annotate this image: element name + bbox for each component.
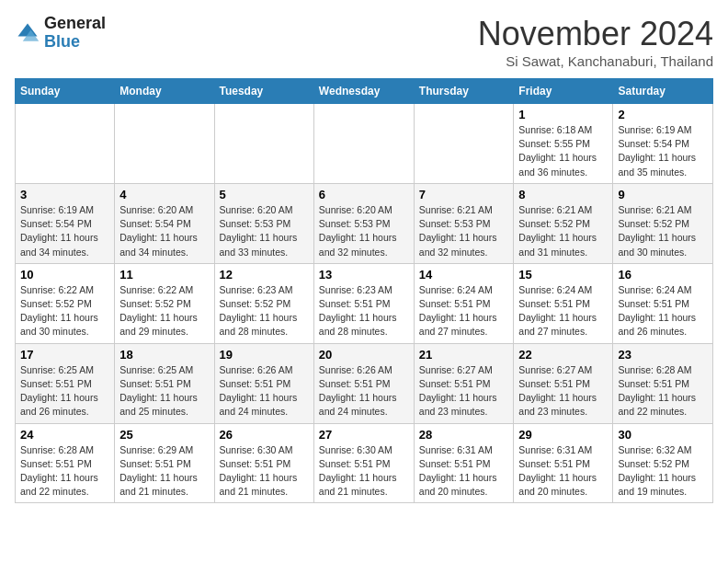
- day-cell: 15Sunrise: 6:24 AM Sunset: 5:51 PM Dayli…: [514, 263, 613, 343]
- day-detail: Sunrise: 6:24 AM Sunset: 5:51 PM Dayligh…: [518, 283, 608, 339]
- day-cell: 10Sunrise: 6:22 AM Sunset: 5:52 PM Dayli…: [16, 263, 115, 343]
- month-title: November 2024: [478, 15, 713, 53]
- day-detail: Sunrise: 6:18 AM Sunset: 5:55 PM Dayligh…: [518, 123, 608, 179]
- day-number: 30: [618, 428, 708, 442]
- day-cell: [313, 104, 414, 184]
- day-cell: 4Sunrise: 6:20 AM Sunset: 5:54 PM Daylig…: [115, 183, 214, 263]
- day-detail: Sunrise: 6:30 AM Sunset: 5:51 PM Dayligh…: [220, 443, 309, 500]
- day-detail: Sunrise: 6:21 AM Sunset: 5:52 PM Dayligh…: [518, 203, 608, 259]
- weekday-header-saturday: Saturday: [613, 79, 713, 104]
- day-cell: 8Sunrise: 6:21 AM Sunset: 5:52 PM Daylig…: [514, 183, 613, 263]
- day-cell: 14Sunrise: 6:24 AM Sunset: 5:51 PM Dayli…: [414, 263, 514, 343]
- day-detail: Sunrise: 6:25 AM Sunset: 5:51 PM Dayligh…: [20, 363, 109, 419]
- week-row-4: 17Sunrise: 6:25 AM Sunset: 5:51 PM Dayli…: [16, 343, 713, 423]
- day-detail: Sunrise: 6:26 AM Sunset: 5:51 PM Dayligh…: [319, 363, 409, 419]
- day-cell: [115, 104, 214, 184]
- day-cell: 7Sunrise: 6:21 AM Sunset: 5:53 PM Daylig…: [414, 183, 514, 263]
- day-cell: 28Sunrise: 6:31 AM Sunset: 5:51 PM Dayli…: [414, 423, 514, 503]
- day-cell: 9Sunrise: 6:21 AM Sunset: 5:52 PM Daylig…: [613, 183, 713, 263]
- weekday-header-monday: Monday: [115, 79, 214, 104]
- day-cell: 20Sunrise: 6:26 AM Sunset: 5:51 PM Dayli…: [313, 343, 414, 423]
- day-number: 28: [419, 428, 509, 442]
- day-number: 16: [618, 268, 708, 282]
- day-number: 19: [220, 348, 309, 362]
- day-number: 22: [518, 348, 608, 362]
- day-cell: 6Sunrise: 6:20 AM Sunset: 5:53 PM Daylig…: [313, 183, 414, 263]
- day-detail: Sunrise: 6:28 AM Sunset: 5:51 PM Dayligh…: [618, 363, 708, 419]
- day-cell: 29Sunrise: 6:31 AM Sunset: 5:51 PM Dayli…: [514, 423, 613, 503]
- day-cell: 25Sunrise: 6:29 AM Sunset: 5:51 PM Dayli…: [115, 423, 214, 503]
- weekday-header-sunday: Sunday: [16, 79, 115, 104]
- day-cell: 26Sunrise: 6:30 AM Sunset: 5:51 PM Dayli…: [214, 423, 313, 503]
- day-cell: 19Sunrise: 6:26 AM Sunset: 5:51 PM Dayli…: [214, 343, 313, 423]
- day-detail: Sunrise: 6:20 AM Sunset: 5:54 PM Dayligh…: [119, 203, 209, 259]
- day-cell: [414, 104, 514, 184]
- weekday-header-thursday: Thursday: [414, 79, 514, 104]
- day-number: 3: [20, 188, 109, 201]
- week-row-2: 3Sunrise: 6:19 AM Sunset: 5:54 PM Daylig…: [16, 183, 713, 263]
- day-number: 18: [119, 348, 209, 362]
- day-detail: Sunrise: 6:22 AM Sunset: 5:52 PM Dayligh…: [20, 283, 109, 339]
- day-number: 20: [319, 348, 409, 362]
- day-detail: Sunrise: 6:31 AM Sunset: 5:51 PM Dayligh…: [518, 443, 608, 500]
- location: Si Sawat, Kanchanaburi, Thailand: [478, 53, 713, 69]
- day-cell: 13Sunrise: 6:23 AM Sunset: 5:51 PM Dayli…: [313, 263, 414, 343]
- day-detail: Sunrise: 6:32 AM Sunset: 5:52 PM Dayligh…: [618, 443, 708, 500]
- day-cell: [16, 104, 115, 184]
- day-cell: 22Sunrise: 6:27 AM Sunset: 5:51 PM Dayli…: [514, 343, 613, 423]
- week-row-1: 1Sunrise: 6:18 AM Sunset: 5:55 PM Daylig…: [16, 104, 713, 184]
- day-cell: 1Sunrise: 6:18 AM Sunset: 5:55 PM Daylig…: [514, 104, 613, 184]
- day-number: 6: [319, 188, 409, 201]
- title-section: November 2024 Si Sawat, Kanchanaburi, Th…: [478, 15, 713, 69]
- day-detail: Sunrise: 6:31 AM Sunset: 5:51 PM Dayligh…: [419, 443, 509, 500]
- day-number: 25: [119, 428, 209, 442]
- day-detail: Sunrise: 6:25 AM Sunset: 5:51 PM Dayligh…: [119, 363, 209, 419]
- day-number: 11: [119, 268, 209, 282]
- day-number: 5: [220, 188, 309, 201]
- logo-line2: Blue: [44, 33, 106, 52]
- day-cell: 17Sunrise: 6:25 AM Sunset: 5:51 PM Dayli…: [16, 343, 115, 423]
- day-cell: 2Sunrise: 6:19 AM Sunset: 5:54 PM Daylig…: [613, 104, 713, 184]
- day-detail: Sunrise: 6:21 AM Sunset: 5:52 PM Dayligh…: [618, 203, 708, 259]
- logo: General Blue: [15, 15, 106, 52]
- day-detail: Sunrise: 6:21 AM Sunset: 5:53 PM Dayligh…: [419, 203, 509, 259]
- day-detail: Sunrise: 6:28 AM Sunset: 5:51 PM Dayligh…: [20, 443, 109, 500]
- day-cell: 5Sunrise: 6:20 AM Sunset: 5:53 PM Daylig…: [214, 183, 313, 263]
- day-number: 24: [20, 428, 109, 442]
- day-detail: Sunrise: 6:19 AM Sunset: 5:54 PM Dayligh…: [20, 203, 109, 259]
- day-detail: Sunrise: 6:20 AM Sunset: 5:53 PM Dayligh…: [319, 203, 409, 259]
- day-cell: 21Sunrise: 6:27 AM Sunset: 5:51 PM Dayli…: [414, 343, 514, 423]
- weekday-header-row: SundayMondayTuesdayWednesdayThursdayFrid…: [16, 79, 713, 104]
- logo-icon: [15, 20, 40, 46]
- day-detail: Sunrise: 6:24 AM Sunset: 5:51 PM Dayligh…: [419, 283, 509, 339]
- day-detail: Sunrise: 6:29 AM Sunset: 5:51 PM Dayligh…: [119, 443, 209, 500]
- day-number: 9: [618, 188, 708, 201]
- day-cell: 23Sunrise: 6:28 AM Sunset: 5:51 PM Dayli…: [613, 343, 713, 423]
- day-cell: [214, 104, 313, 184]
- day-number: 14: [419, 268, 509, 282]
- day-number: 4: [119, 188, 209, 201]
- day-number: 21: [419, 348, 509, 362]
- day-number: 26: [220, 428, 309, 442]
- day-detail: Sunrise: 6:23 AM Sunset: 5:51 PM Dayligh…: [319, 283, 409, 339]
- day-number: 29: [518, 428, 608, 442]
- day-number: 1: [518, 108, 608, 121]
- day-number: 13: [319, 268, 409, 282]
- day-detail: Sunrise: 6:23 AM Sunset: 5:52 PM Dayligh…: [220, 283, 309, 339]
- day-cell: 12Sunrise: 6:23 AM Sunset: 5:52 PM Dayli…: [214, 263, 313, 343]
- day-number: 27: [319, 428, 409, 442]
- day-detail: Sunrise: 6:20 AM Sunset: 5:53 PM Dayligh…: [220, 203, 309, 259]
- day-number: 23: [618, 348, 708, 362]
- day-detail: Sunrise: 6:30 AM Sunset: 5:51 PM Dayligh…: [319, 443, 409, 500]
- logo-line1: General: [44, 15, 106, 33]
- day-cell: 30Sunrise: 6:32 AM Sunset: 5:52 PM Dayli…: [613, 423, 713, 503]
- day-number: 7: [419, 188, 509, 201]
- day-detail: Sunrise: 6:19 AM Sunset: 5:54 PM Dayligh…: [618, 123, 708, 179]
- day-number: 17: [20, 348, 109, 362]
- weekday-header-tuesday: Tuesday: [214, 79, 313, 104]
- day-number: 2: [618, 108, 708, 121]
- weekday-header-friday: Friday: [514, 79, 613, 104]
- day-number: 10: [20, 268, 109, 282]
- day-cell: 16Sunrise: 6:24 AM Sunset: 5:51 PM Dayli…: [613, 263, 713, 343]
- day-number: 8: [518, 188, 608, 201]
